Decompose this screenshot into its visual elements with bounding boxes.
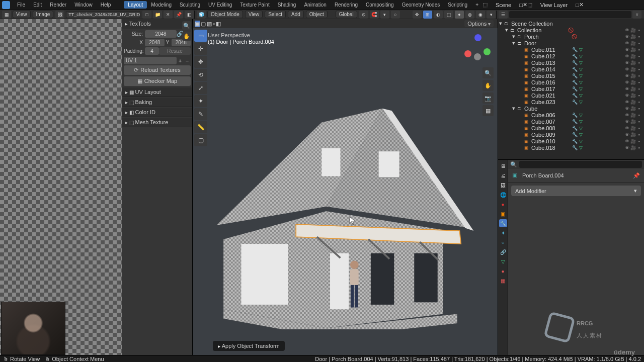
uv-image-new-icon[interactable]: □ xyxy=(142,11,151,19)
workspace-scripting[interactable]: Scripting xyxy=(444,1,471,9)
render-tab-icon[interactable]: 🖥 xyxy=(499,162,507,170)
shading-options-icon[interactable]: ▾ xyxy=(487,11,496,19)
pivot-icon[interactable]: ⊙ xyxy=(359,11,368,19)
outliner-object[interactable]: ▣Cube.015🔧▽👁🎥▪ xyxy=(498,72,644,79)
viewport-type-icon[interactable]: 🧊 xyxy=(197,11,206,19)
menu-help[interactable]: Help xyxy=(97,1,115,9)
pan-icon[interactable]: ✋ xyxy=(482,80,494,91)
xray-toggle-icon[interactable]: ◐ xyxy=(434,11,443,19)
view-layer-delete-icon[interactable]: ✕ xyxy=(579,2,584,8)
checker-map-button[interactable]: ▦Checker Map xyxy=(124,76,191,86)
view-layer-new-icon[interactable]: □ xyxy=(576,2,579,8)
select-ext-icon[interactable]: ◧ xyxy=(216,21,221,27)
menu-render[interactable]: Render xyxy=(46,1,70,9)
outliner-object[interactable]: ▣Cube.009🔧▽👁🎥▪ xyxy=(498,131,644,138)
viewport-menu-add[interactable]: Add xyxy=(288,11,304,18)
uv-image-open-icon[interactable]: 📁 xyxy=(153,11,162,19)
viewport-menu-view[interactable]: View xyxy=(245,11,263,18)
workspace-texture-paint[interactable]: Texture Paint xyxy=(236,1,273,9)
scene-name[interactable]: Scene xyxy=(488,2,519,9)
outliner-object[interactable]: ▣Cube.008🔧▽👁🎥▪ xyxy=(498,125,644,131)
viewport-nav-gizmo[interactable] xyxy=(463,33,492,61)
workspace-rendering[interactable]: Rendering xyxy=(331,1,362,9)
size-field[interactable]: 2048 xyxy=(145,30,177,38)
snap-toggle-icon[interactable]: 🧲 xyxy=(370,11,379,19)
workspace-animation[interactable]: Animation xyxy=(300,1,330,9)
resize-button[interactable]: Resize xyxy=(159,47,191,55)
shading-rendered-icon[interactable]: ◉ xyxy=(476,11,485,19)
mesh-texture-section[interactable]: ▸ ⬚ Mesh Texture xyxy=(122,118,192,127)
particles-tab-icon[interactable]: ✦ xyxy=(499,229,507,237)
scene-new-icon[interactable]: □ xyxy=(519,2,523,8)
workspace-layout[interactable]: Layout xyxy=(124,1,147,9)
uv-menu-view[interactable]: View xyxy=(13,11,31,18)
select-none-icon[interactable]: ▫ xyxy=(213,21,215,27)
uv-add-icon[interactable]: + xyxy=(177,58,184,64)
select-box-tool[interactable]: ▭ xyxy=(194,30,207,42)
zoom-icon[interactable]: 🔍 xyxy=(482,67,494,78)
menu-file[interactable]: File xyxy=(13,1,29,9)
uv-image-unlink-icon[interactable]: ✕ xyxy=(164,11,173,19)
constraints-tab-icon[interactable]: 🔗 xyxy=(499,248,507,256)
proportional-edit-icon[interactable]: ○ xyxy=(391,11,400,19)
workspace-sculpting[interactable]: Sculpting xyxy=(176,1,204,9)
outliner-object[interactable]: ▣Cube.017🔧▽👁🎥▪ xyxy=(498,85,644,92)
select-visible-icon[interactable]: ▣ xyxy=(195,21,200,27)
object-name-label[interactable]: Porch Board.004 xyxy=(522,172,564,178)
workspace-uv-editing[interactable]: UV Editing xyxy=(204,1,236,9)
physics-tab-icon[interactable]: ○ xyxy=(499,238,507,246)
uv-image-name[interactable]: TT_checker_2048x2048_UV_GRID xyxy=(66,11,140,18)
viewport-menu-object[interactable]: Object xyxy=(306,11,328,18)
world-tab-icon[interactable]: ● xyxy=(499,200,507,208)
magnify-icon[interactable]: 🔍 xyxy=(182,21,191,30)
outliner-object[interactable]: ▣Cube.010🔧▽👁🎥▪ xyxy=(498,138,644,144)
workspace-geometry-nodes[interactable]: Geometry Nodes xyxy=(398,1,444,9)
cursor-tool[interactable]: ✛ xyxy=(194,43,207,55)
shading-solid-icon[interactable]: ● xyxy=(455,11,464,19)
menu-edit[interactable]: Edit xyxy=(29,1,46,9)
mode-dropdown[interactable]: Object Mode xyxy=(207,11,243,18)
workspace-shading[interactable]: Shading xyxy=(274,1,300,9)
output-tab-icon[interactable]: 🖨 xyxy=(499,171,507,179)
viewport-canvas[interactable]: ▭ ✛ ✥ ⟲ ⤢ ✦ ✎ 📏 ▢ User Perspective (1) D… xyxy=(193,28,498,355)
view-layer-name[interactable]: View Layer xyxy=(532,2,576,9)
overlay-toggle-icon[interactable]: ⊞ xyxy=(423,11,432,19)
menu-window[interactable]: Window xyxy=(70,1,97,9)
outliner-object[interactable]: ▣Cube.016🔧▽👁🎥▪ xyxy=(498,79,644,85)
view-layer-tab-icon[interactable]: 🖼 xyxy=(499,181,507,189)
uv-editor-type-icon[interactable]: ▦ xyxy=(2,11,11,19)
reload-textures-button[interactable]: ⟳Reload Textures xyxy=(124,65,191,75)
outliner-object[interactable]: ▣Cube.011🔧▽👁🎥▪ xyxy=(498,46,644,53)
texture-tab-icon[interactable]: ▦ xyxy=(499,277,507,285)
outliner-collection[interactable]: ▾🗀Cube👁🎥▪ xyxy=(498,105,644,112)
last-operator-popup[interactable]: ▸ Apply Object Transform xyxy=(213,341,285,351)
outliner-object[interactable]: ▣Cube.023🔧▽👁🎥▪ xyxy=(498,99,644,105)
uv-link-icon[interactable]: 🖼 xyxy=(55,11,64,19)
outliner-collection[interactable]: ▾🗀Door👁🎥▪ xyxy=(498,40,644,46)
select-invert-icon[interactable]: ▨ xyxy=(207,21,212,27)
padding-field[interactable]: 4 xyxy=(145,47,159,55)
outliner-collection[interactable]: ▾🗀Porch🚫👁🎥▪ xyxy=(498,33,644,40)
snap-target-icon[interactable]: ▾ xyxy=(380,11,389,19)
baking-section[interactable]: ▸ ⬚ Baking xyxy=(122,98,192,107)
outliner-object[interactable]: ▣Cube.006🔧▽👁🎥▪ xyxy=(498,112,644,118)
uv-pin-icon[interactable]: 📌 xyxy=(174,11,183,19)
uv-display-channels-icon[interactable]: ◧ xyxy=(185,11,194,19)
scene-delete-icon[interactable]: ✕ xyxy=(523,2,527,8)
workspace-modeling[interactable]: Modeling xyxy=(147,1,176,9)
shading-material-icon[interactable]: ◍ xyxy=(465,11,474,19)
uv-channel-dropdown[interactable]: UV 1 xyxy=(124,57,177,64)
outliner-object[interactable]: ▣Cube.007🔧▽👁🎥▪ xyxy=(498,118,644,125)
scene-dropdown-icon[interactable]: ⬚ xyxy=(482,2,488,8)
material-tab-icon[interactable]: ● xyxy=(499,267,507,275)
outliner-object[interactable]: ▣Cube.021🔧▽👁🎥▪ xyxy=(498,92,644,99)
props-search-input[interactable] xyxy=(519,161,642,168)
outliner-search-input[interactable] xyxy=(509,11,631,18)
outliner-object[interactable]: ▣Cube.018🔧▽👁🎥▪ xyxy=(498,144,644,151)
outliner-filter-icon[interactable]: ▿ xyxy=(632,11,641,19)
perspective-toggle-icon[interactable]: ▦ xyxy=(482,105,494,116)
move-tool[interactable]: ✥ xyxy=(194,56,207,68)
select-all-icon[interactable]: ▢ xyxy=(201,21,206,27)
color-id-section[interactable]: ▸ ◧ Color ID xyxy=(122,108,192,117)
scene-tab-icon[interactable]: 🌐 xyxy=(499,191,507,199)
